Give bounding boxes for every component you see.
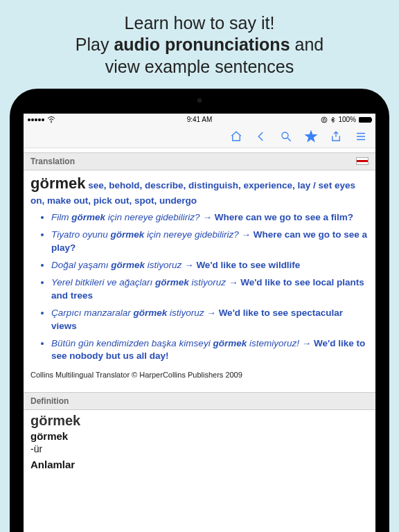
example-item: Çarpıcı manzaralar görmek istiyoruz → We…	[51, 307, 369, 333]
definition-content: görmek görmek -ür Anlamlar	[24, 410, 375, 476]
bluetooth-icon	[330, 116, 335, 123]
translation-content: görmek see, behold, describe, distinguis…	[24, 170, 375, 392]
signal-icon	[28, 118, 44, 121]
battery-icon	[359, 117, 371, 123]
arrow-icon: →	[202, 212, 212, 222]
example-item: Bütün gün kendimizden başka kimseyi görm…	[51, 337, 369, 364]
copyright: Collins Multilingual Translator © Harper…	[30, 370, 369, 380]
toolbar	[24, 126, 375, 148]
definition-sub: görmek	[30, 430, 369, 442]
definition-label: Definition	[30, 396, 69, 406]
example-source: Film görmek için nereye gidebiliriz?	[51, 212, 200, 222]
wifi-icon	[47, 116, 55, 123]
example-source: Yerel bitkileri ve ağaçları görmek istiy…	[51, 277, 226, 287]
definition-section-header: Definition	[24, 392, 375, 410]
svg-point-0	[51, 121, 52, 123]
svg-rect-2	[323, 119, 326, 121]
menu-button[interactable]	[355, 130, 367, 143]
example-target: Where can we go to see a film?	[215, 212, 353, 222]
example-source: Doğal yaşamı görmek istiyoruz	[51, 260, 181, 270]
example-source: Çarpıcı manzaralar görmek istiyoruz	[51, 308, 204, 318]
arrow-icon: →	[302, 338, 312, 348]
headword: görmek	[30, 175, 85, 192]
status-bar: 9:41 AM 100%	[24, 114, 375, 126]
example-item: Film görmek için nereye gidebiliriz? → W…	[51, 211, 369, 224]
example-source: Bütün gün kendimizden başka kimseyi görm…	[51, 338, 299, 348]
device-screen: 9:41 AM 100%	[24, 114, 375, 532]
promo-text: Learn how to say it! Play audio pronunci…	[0, 0, 399, 89]
arrow-icon: →	[229, 277, 238, 287]
back-button[interactable]	[255, 130, 267, 143]
svg-point-3	[282, 132, 288, 139]
definition-line1: -ür	[30, 443, 369, 454]
arrow-icon: →	[242, 229, 251, 240]
home-button[interactable]	[230, 130, 242, 143]
example-list: Film görmek için nereye gidebiliriz? → W…	[30, 211, 369, 363]
device-camera	[197, 98, 202, 103]
arrow-icon: →	[206, 308, 216, 318]
orientation-lock-icon	[321, 116, 328, 123]
tablet-frame: 9:41 AM 100%	[10, 89, 389, 532]
flag-icon	[356, 157, 369, 165]
example-item: Yerel bitkileri ve ağaçları görmek istiy…	[51, 276, 369, 303]
definition-line2: Anlamlar	[30, 459, 369, 470]
example-item: Doğal yaşamı görmek istiyoruz → We'd lik…	[51, 259, 369, 272]
translation-section-header: Translation	[24, 152, 375, 170]
translation-label: Translation	[30, 157, 75, 166]
favorite-button[interactable]	[305, 130, 317, 143]
example-source: Tiyatro oyunu görmek için nereye gidebil…	[51, 229, 239, 240]
example-item: Tiyatro oyunu görmek için nereye gidebil…	[51, 229, 369, 255]
share-button[interactable]	[330, 130, 342, 143]
arrow-icon: →	[184, 260, 194, 270]
definition-headword: görmek	[30, 413, 369, 429]
battery-percent: 100%	[338, 116, 356, 123]
search-button[interactable]	[280, 130, 292, 143]
example-target: We'd like to see wildlife	[196, 260, 300, 270]
